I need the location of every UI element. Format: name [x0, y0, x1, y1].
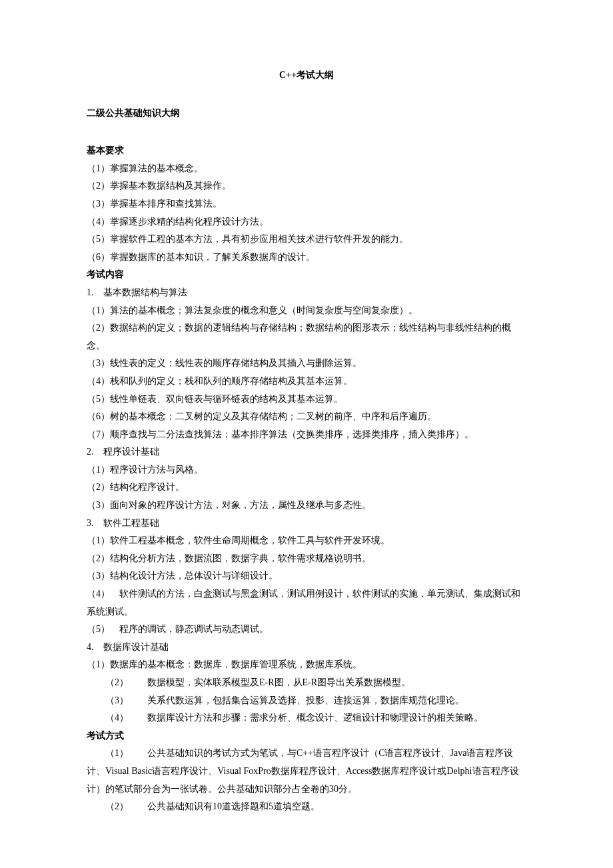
topic-item: （5） 程序的调试，静态调试与动态调试。 — [87, 621, 526, 639]
basic-req-item: （3）掌握基本排序和查找算法。 — [87, 195, 526, 213]
topic-item: （5）线性单链表、双向链表与循环链表的结构及其基本运算。 — [87, 391, 526, 409]
topic-title: 3. 软件工程基础 — [87, 515, 526, 533]
basic-req-item: （2）掌握基本数据结构及其操作。 — [87, 177, 526, 195]
section-heading-public-basic: 二级公共基础知识大纲 — [87, 105, 526, 123]
topic-item: （7）顺序查找与二分法查找算法；基本排序算法（交换类排序，选择类排序，插入类排序… — [87, 426, 526, 444]
topic-item: （1）软件工程基本概念，软件生命周期概念，软件工具与软件开发环境。 — [87, 532, 526, 550]
basic-req-item: （5）掌握软件工程的基本方法，具有初步应用相关技术进行软件开发的能力。 — [87, 231, 526, 249]
basic-req-item: （1）掌握算法的基本概念。 — [87, 160, 526, 178]
topic-item: （3）线性表的定义；线性表的顺序存储结构及其插入与删除运算。 — [87, 355, 526, 373]
topic-title: 1. 基本数据结构与算法 — [87, 284, 526, 302]
topic-item: （2）数据结构的定义；数据的逻辑结构与存储结构；数据结构的图形表示；线性结构与非… — [87, 319, 526, 355]
topic-item: （2）结构化分析方法，数据流图，数据字典，软件需求规格说明书。 — [87, 550, 526, 568]
topic-item: （1）算法的基本概念；算法复杂度的概念和意义（时间复杂度与空间复杂度）。 — [87, 302, 526, 320]
topic-item: （4） 数据库设计方法和步骤：需求分析、概念设计、逻辑设计和物理设计的相关策略。 — [87, 709, 526, 727]
topic-item: （2）结构化程序设计。 — [87, 479, 526, 497]
exam-content-heading: 考试内容 — [87, 266, 526, 284]
topic-item: （3）面向对象的程序设计方法，对象，方法，属性及继承与多态性。 — [87, 497, 526, 515]
topic-title: 4. 数据库设计基础 — [87, 639, 526, 657]
basic-req-item: （4）掌握逐步求精的结构化程序设计方法。 — [87, 213, 526, 231]
basic-req-heading: 基本要求 — [87, 142, 526, 160]
exam-method-heading: 考试方式 — [87, 727, 526, 745]
exam-method-item: （2） 公共基础知识有10道选择题和5道填空题。 — [87, 798, 526, 816]
topic-item: （1）程序设计方法与风格。 — [87, 461, 526, 479]
topic-item: （2） 数据模型，实体联系模型及E-R图，从E-R图导出关系数据模型。 — [87, 674, 526, 692]
topic-item: （3） 关系代数运算，包括集合运算及选择、投影、连接运算，数据库规范化理论。 — [87, 692, 526, 710]
exam-method-item: （1） 公共基础知识的考试方式为笔试，与C++语言程序设计（C语言程序设计、Ja… — [87, 745, 526, 798]
topic-item: （4） 软件测试的方法，白盒测试与黑盒测试，测试用例设计，软件测试的实施，单元测… — [87, 585, 526, 621]
basic-req-item: （6）掌握数据库的基本知识，了解关系数据库的设计。 — [87, 249, 526, 267]
topic-item: （1）数据库的基本概念：数据库，数据库管理系统，数据库系统。 — [87, 656, 526, 674]
topic-item: （6）树的基本概念；二叉树的定义及其存储结构；二叉树的前序、中序和后序遍历。 — [87, 408, 526, 426]
topic-item: （4）栈和队列的定义；栈和队列的顺序存储结构及其基本运算。 — [87, 373, 526, 391]
topic-item: （3）结构化设计方法，总体设计与详细设计。 — [87, 567, 526, 585]
topic-title: 2. 程序设计基础 — [87, 443, 526, 461]
page-title: C++考试大纲 — [87, 67, 526, 85]
